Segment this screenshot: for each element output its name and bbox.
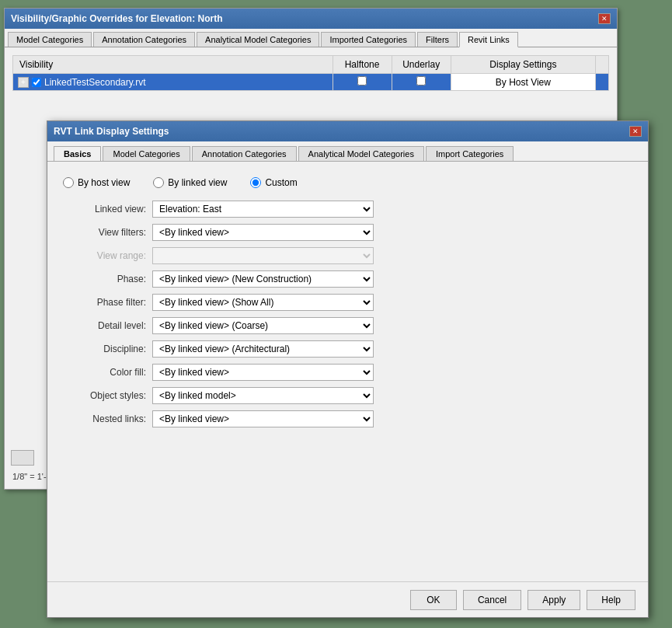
bg-tabs-container: Model Categories Annotation Categories A… (5, 29, 617, 47)
fg-title-bar: RVT Link Display Settings ✕ (47, 121, 648, 141)
phase-label: Phase: (63, 274, 152, 284)
discipline-row: Discipline: <By linked view> (Architectu… (63, 340, 632, 358)
phase-filter-select[interactable]: <By linked view> (Show All) (152, 294, 374, 311)
tab-dialog-import-categories[interactable]: Import Categories (426, 146, 514, 161)
row-underlay-cell (392, 74, 451, 91)
phase-select[interactable]: <By linked view> (New Construction) (152, 270, 374, 288)
col-header-extra (595, 56, 608, 74)
tab-imported-categories[interactable]: Imported Categories (321, 32, 416, 47)
row-halftone-cell (333, 74, 392, 91)
view-filters-select[interactable]: <By linked view> (152, 224, 374, 241)
detail-level-label: Detail level: (63, 320, 152, 331)
view-range-row: View range: (63, 247, 632, 264)
underlay-checkbox[interactable] (416, 76, 426, 85)
fg-dialog: RVT Link Display Settings ✕ Basics Model… (47, 120, 649, 618)
view-mode-radio-group: By host view By linked view Custom (63, 177, 632, 188)
tab-filters[interactable]: Filters (417, 32, 458, 47)
phase-filter-label: Phase filter: (63, 297, 152, 308)
bg-title-bar: Visibility/Graphic Overrides for Elevati… (5, 9, 617, 29)
object-styles-select[interactable]: <By linked model> (152, 387, 374, 404)
detail-level-row: Detail level: <By linked view> (Coarse) (63, 317, 632, 334)
radio-host-view-input[interactable] (63, 177, 74, 188)
phase-filter-row: Phase filter: <By linked view> (Show All… (63, 294, 632, 311)
radio-host-view-option[interactable]: By host view (63, 177, 130, 188)
nested-links-label: Nested links: (63, 413, 152, 424)
nested-links-select[interactable]: <By linked view> (152, 410, 374, 427)
radio-host-view-label: By host view (78, 177, 130, 188)
tab-annotation-categories[interactable]: Annotation Categories (93, 32, 195, 47)
tab-dialog-annotation-categories[interactable]: Annotation Categories (192, 146, 297, 161)
object-styles-label: Object styles: (63, 390, 152, 401)
linked-view-row: Linked view: Elevation: East (63, 201, 632, 218)
col-header-visibility: Visibility (13, 56, 333, 74)
apply-button[interactable]: Apply (528, 590, 580, 610)
fg-close-button[interactable]: ✕ (629, 126, 642, 137)
radio-custom-input[interactable] (250, 177, 261, 188)
halftone-checkbox[interactable] (357, 76, 367, 85)
visibility-table-area: Visibility Halftone Underlay Display Set… (5, 47, 617, 99)
tab-dialog-model-categories[interactable]: Model Categories (103, 146, 190, 161)
detail-level-select[interactable]: <By linked view> (Coarse) (152, 317, 374, 334)
row-extra-cell (595, 74, 608, 91)
view-range-select (152, 247, 374, 264)
nested-links-row: Nested links: <By linked view> (63, 410, 632, 427)
radio-custom-option[interactable]: Custom (250, 177, 297, 188)
tab-analytical-model-categories[interactable]: Analytical Model Categories (197, 32, 319, 47)
radio-custom-label: Custom (265, 177, 297, 188)
dialog-tabs-container: Basics Model Categories Annotation Categ… (47, 141, 648, 162)
radio-linked-view-option[interactable]: By linked view (153, 177, 227, 188)
tab-dialog-analytical-model-categories[interactable]: Analytical Model Categories (298, 146, 424, 161)
color-fill-label: Color fill: (63, 367, 152, 378)
expand-button[interactable]: + (18, 77, 29, 88)
visibility-table: Visibility Halftone Underlay Display Set… (12, 55, 609, 91)
fg-dialog-title: RVT Link Display Settings (54, 126, 169, 137)
cancel-button[interactable]: Cancel (463, 590, 521, 610)
col-header-halftone: Halftone (333, 56, 392, 74)
display-settings-value: By Host View (496, 77, 551, 88)
col-header-display-settings: Display Settings (451, 56, 595, 74)
color-fill-row: Color fill: <By linked view> (63, 364, 632, 381)
table-row[interactable]: + LinkedTestSecondary.rvt By Host View (13, 74, 609, 91)
radio-linked-view-input[interactable] (153, 177, 164, 188)
row-name: LinkedTestSecondary.rvt (44, 77, 146, 88)
row-visibility-cell: + LinkedTestSecondary.rvt (13, 74, 333, 91)
col-header-underlay: Underlay (392, 56, 451, 74)
radio-linked-view-label: By linked view (168, 177, 227, 188)
tab-model-categories[interactable]: Model Categories (8, 32, 92, 47)
scroll-handle[interactable] (11, 450, 34, 466)
help-button[interactable]: Help (587, 590, 635, 610)
phase-row: Phase: <By linked view> (New Constructio… (63, 270, 632, 288)
row-display-settings-cell: By Host View (451, 74, 595, 91)
view-filters-row: View filters: <By linked view> (63, 224, 632, 241)
ok-button[interactable]: OK (410, 590, 457, 610)
bg-window-title: Visibility/Graphic Overrides for Elevati… (11, 13, 223, 24)
discipline-select[interactable]: <By linked view> (Architectural) (152, 340, 374, 358)
linked-view-select[interactable]: Elevation: East (152, 201, 374, 218)
dialog-content: By host view By linked view Custom Linke… (47, 162, 648, 446)
tab-revit-links[interactable]: Revit Links (459, 32, 518, 47)
button-bar: OK Cancel Apply Help (47, 581, 648, 617)
discipline-label: Discipline: (63, 344, 152, 354)
object-styles-row: Object styles: <By linked model> (63, 387, 632, 404)
bg-close-button[interactable]: ✕ (598, 13, 611, 24)
view-filters-label: View filters: (63, 227, 152, 238)
view-range-label: View range: (63, 250, 152, 261)
linked-view-label: Linked view: (63, 204, 152, 215)
tab-basics[interactable]: Basics (54, 146, 101, 161)
color-fill-select[interactable]: <By linked view> (152, 364, 374, 381)
visibility-checkbox[interactable] (32, 78, 41, 87)
